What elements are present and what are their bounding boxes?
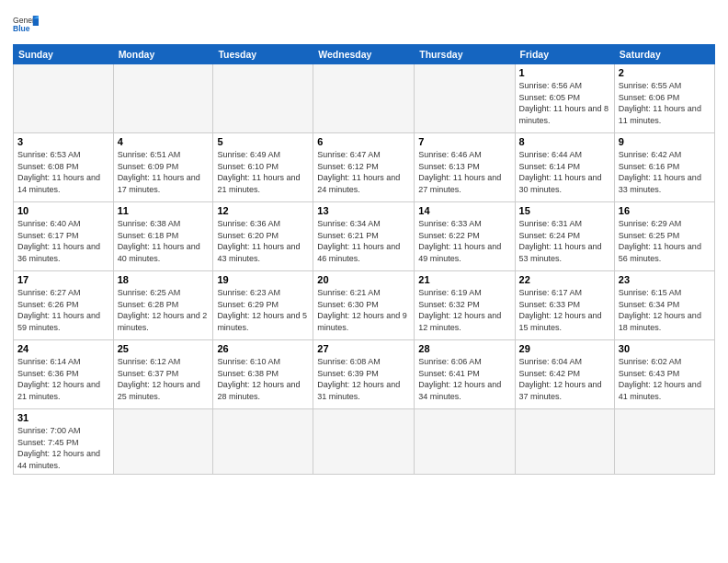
day-number: 13 (317, 205, 410, 216)
calendar-page: General Blue SundayMondayTuesdayWednesda… (0, 0, 728, 563)
day-info: Sunrise: 6:36 AMSunset: 6:20 PMDaylight:… (217, 218, 309, 264)
calendar-cell: 23Sunrise: 6:15 AMSunset: 6:34 PMDayligh… (614, 271, 714, 340)
week-row-0: 1Sunrise: 6:56 AMSunset: 6:05 PMDaylight… (14, 64, 715, 133)
calendar-cell: 22Sunrise: 6:17 AMSunset: 6:33 PMDayligh… (515, 271, 614, 340)
day-info: Sunrise: 6:23 AMSunset: 6:29 PMDaylight:… (217, 287, 309, 333)
calendar-cell (113, 409, 213, 475)
calendar-cell: 2Sunrise: 6:55 AMSunset: 6:06 PMDaylight… (614, 64, 714, 133)
calendar-cell (415, 64, 515, 133)
logo: General Blue (13, 13, 39, 39)
calendar-cell (213, 64, 313, 133)
day-info: Sunrise: 6:46 AMSunset: 6:13 PMDaylight:… (418, 149, 510, 195)
day-info: Sunrise: 6:34 AMSunset: 6:21 PMDaylight:… (317, 218, 410, 264)
day-number: 19 (217, 274, 309, 285)
day-info: Sunrise: 6:21 AMSunset: 6:30 PMDaylight:… (317, 287, 410, 333)
calendar-cell (113, 64, 213, 133)
weekday-sunday: Sunday (14, 45, 114, 64)
calendar-cell (415, 409, 515, 475)
calendar-cell: 24Sunrise: 6:14 AMSunset: 6:36 PMDayligh… (14, 340, 114, 409)
svg-text:Blue: Blue (13, 24, 30, 33)
week-row-1: 3Sunrise: 6:53 AMSunset: 6:08 PMDaylight… (14, 133, 715, 202)
day-info: Sunrise: 6:06 AMSunset: 6:41 PMDaylight:… (418, 356, 510, 402)
day-info: Sunrise: 6:33 AMSunset: 6:22 PMDaylight:… (418, 218, 510, 264)
calendar-cell: 19Sunrise: 6:23 AMSunset: 6:29 PMDayligh… (213, 271, 313, 340)
day-number: 24 (17, 343, 109, 354)
day-number: 3 (17, 136, 109, 147)
day-number: 27 (317, 343, 410, 354)
day-info: Sunrise: 6:04 AMSunset: 6:42 PMDaylight:… (519, 356, 610, 402)
day-number: 2 (619, 67, 711, 78)
day-number: 17 (17, 274, 109, 285)
weekday-friday: Friday (515, 45, 614, 64)
day-number: 23 (619, 274, 711, 285)
calendar-cell: 27Sunrise: 6:08 AMSunset: 6:39 PMDayligh… (313, 340, 415, 409)
day-number: 11 (118, 205, 210, 216)
week-row-4: 24Sunrise: 6:14 AMSunset: 6:36 PMDayligh… (14, 340, 715, 409)
calendar-cell: 5Sunrise: 6:49 AMSunset: 6:10 PMDaylight… (213, 133, 313, 202)
calendar-cell: 20Sunrise: 6:21 AMSunset: 6:30 PMDayligh… (313, 271, 415, 340)
day-number: 14 (418, 205, 510, 216)
calendar-cell: 18Sunrise: 6:25 AMSunset: 6:28 PMDayligh… (113, 271, 213, 340)
calendar-cell (213, 409, 313, 475)
generalblue-icon: General Blue (13, 13, 39, 39)
day-number: 4 (118, 136, 210, 147)
day-info: Sunrise: 6:53 AMSunset: 6:08 PMDaylight:… (17, 149, 109, 195)
weekday-thursday: Thursday (415, 45, 515, 64)
day-info: Sunrise: 6:44 AMSunset: 6:14 PMDaylight:… (519, 149, 610, 195)
day-number: 28 (418, 343, 510, 354)
calendar-cell (614, 409, 714, 475)
day-info: Sunrise: 6:25 AMSunset: 6:28 PMDaylight:… (118, 287, 210, 333)
calendar-cell: 10Sunrise: 6:40 AMSunset: 6:17 PMDayligh… (14, 202, 114, 271)
weekday-saturday: Saturday (614, 45, 714, 64)
calendar-cell: 28Sunrise: 6:06 AMSunset: 6:41 PMDayligh… (415, 340, 515, 409)
calendar-cell: 31Sunrise: 7:00 AMSunset: 7:45 PMDayligh… (14, 409, 114, 475)
day-number: 30 (619, 343, 711, 354)
day-number: 31 (17, 412, 109, 423)
day-info: Sunrise: 6:55 AMSunset: 6:06 PMDaylight:… (619, 80, 711, 126)
day-number: 20 (317, 274, 410, 285)
calendar-cell: 16Sunrise: 6:29 AMSunset: 6:25 PMDayligh… (614, 202, 714, 271)
day-info: Sunrise: 6:17 AMSunset: 6:33 PMDaylight:… (519, 287, 610, 333)
day-info: Sunrise: 6:31 AMSunset: 6:24 PMDaylight:… (519, 218, 610, 264)
day-info: Sunrise: 6:38 AMSunset: 6:18 PMDaylight:… (118, 218, 210, 264)
calendar-cell: 12Sunrise: 6:36 AMSunset: 6:20 PMDayligh… (213, 202, 313, 271)
day-number: 26 (217, 343, 309, 354)
day-number: 9 (619, 136, 711, 147)
day-number: 8 (519, 136, 610, 147)
day-number: 18 (118, 274, 210, 285)
calendar-cell: 9Sunrise: 6:42 AMSunset: 6:16 PMDaylight… (614, 133, 714, 202)
day-info: Sunrise: 7:00 AMSunset: 7:45 PMDaylight:… (17, 425, 109, 471)
calendar-cell (313, 64, 415, 133)
day-number: 5 (217, 136, 309, 147)
day-number: 12 (217, 205, 309, 216)
calendar-cell (14, 64, 114, 133)
calendar-cell: 25Sunrise: 6:12 AMSunset: 6:37 PMDayligh… (113, 340, 213, 409)
calendar-cell: 29Sunrise: 6:04 AMSunset: 6:42 PMDayligh… (515, 340, 614, 409)
calendar-table: SundayMondayTuesdayWednesdayThursdayFrid… (13, 44, 715, 475)
weekday-header-row: SundayMondayTuesdayWednesdayThursdayFrid… (14, 45, 715, 64)
day-info: Sunrise: 6:47 AMSunset: 6:12 PMDaylight:… (317, 149, 410, 195)
day-number: 29 (519, 343, 610, 354)
day-info: Sunrise: 6:40 AMSunset: 6:17 PMDaylight:… (17, 218, 109, 264)
day-info: Sunrise: 6:51 AMSunset: 6:09 PMDaylight:… (118, 149, 210, 195)
day-info: Sunrise: 6:08 AMSunset: 6:39 PMDaylight:… (317, 356, 410, 402)
day-info: Sunrise: 6:15 AMSunset: 6:34 PMDaylight:… (619, 287, 711, 333)
day-number: 16 (619, 205, 711, 216)
day-info: Sunrise: 6:19 AMSunset: 6:32 PMDaylight:… (418, 287, 510, 333)
day-info: Sunrise: 6:56 AMSunset: 6:05 PMDaylight:… (519, 80, 610, 126)
calendar-cell: 17Sunrise: 6:27 AMSunset: 6:26 PMDayligh… (14, 271, 114, 340)
week-row-2: 10Sunrise: 6:40 AMSunset: 6:17 PMDayligh… (14, 202, 715, 271)
day-number: 7 (418, 136, 510, 147)
day-number: 22 (519, 274, 610, 285)
day-number: 25 (118, 343, 210, 354)
day-info: Sunrise: 6:27 AMSunset: 6:26 PMDaylight:… (17, 287, 109, 333)
header: General Blue (13, 9, 715, 39)
calendar-cell: 14Sunrise: 6:33 AMSunset: 6:22 PMDayligh… (415, 202, 515, 271)
calendar-cell: 4Sunrise: 6:51 AMSunset: 6:09 PMDaylight… (113, 133, 213, 202)
calendar-cell: 30Sunrise: 6:02 AMSunset: 6:43 PMDayligh… (614, 340, 714, 409)
weekday-monday: Monday (113, 45, 213, 64)
week-row-5: 31Sunrise: 7:00 AMSunset: 7:45 PMDayligh… (14, 409, 715, 475)
calendar-cell (313, 409, 415, 475)
day-info: Sunrise: 6:14 AMSunset: 6:36 PMDaylight:… (17, 356, 109, 402)
day-info: Sunrise: 6:29 AMSunset: 6:25 PMDaylight:… (619, 218, 711, 264)
